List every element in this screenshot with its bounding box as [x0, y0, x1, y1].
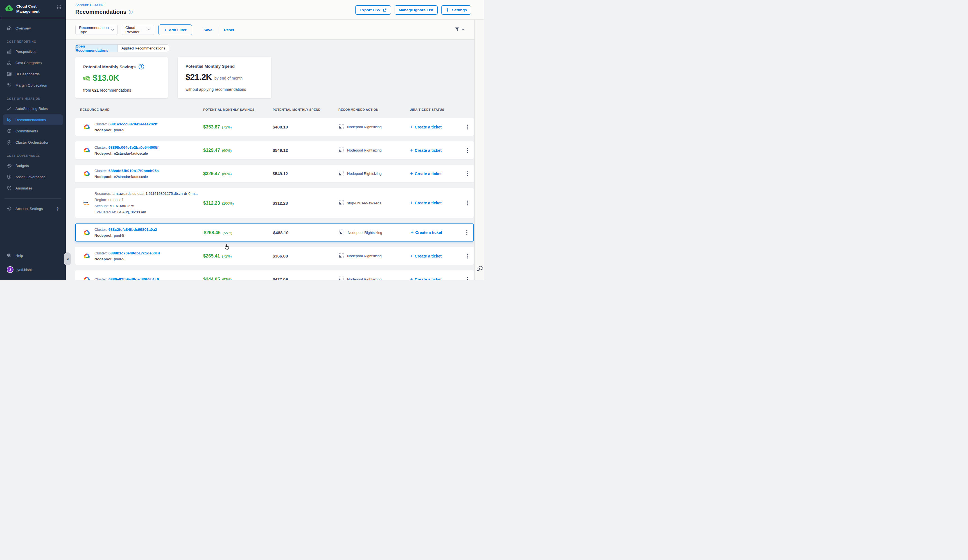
avatar: J: [7, 266, 13, 273]
export-csv-button[interactable]: Export CSV: [355, 5, 391, 15]
save-filter-link[interactable]: Save: [204, 28, 212, 32]
table-row[interactable]: Cluster:688add6fb019b17f9bccb95aNodepool…: [75, 165, 474, 182]
sidebar-item-cluster-orchestrator[interactable]: Cluster Orchestrator: [3, 137, 63, 147]
create-ticket-link[interactable]: +Create a ticket: [410, 277, 442, 280]
sidebar-item-anomalies[interactable]: Anomalies: [3, 183, 63, 194]
kebab-menu-icon[interactable]: [466, 123, 469, 131]
resource-value: pool-5: [114, 128, 124, 132]
card-title: Potential Monthly Savings: [83, 65, 136, 69]
sidebar-item-label: Overview: [15, 26, 31, 30]
resource-link[interactable]: 6881a3ccc887941a4ee202ff: [108, 122, 157, 126]
content-area: Open Recommendations Applied Recommendat…: [66, 40, 484, 280]
kebab-menu-icon[interactable]: [465, 229, 469, 236]
sidebar-item-margin-obfuscation[interactable]: Margin Obfuscation: [3, 80, 63, 91]
add-filter-button[interactable]: + Add Filter: [158, 25, 192, 35]
table-row[interactable]: Cluster:6888b1c70e49db17c1de60c4Nodepool…: [75, 247, 474, 265]
reset-filter-link[interactable]: Reset: [224, 28, 234, 32]
resource-line-label: Cluster:: [94, 251, 107, 255]
manage-ignore-list-button[interactable]: Manage Ignore List: [394, 5, 438, 15]
resource-cell: Cluster:688add6fb019b17f9bccb95aNodepool…: [75, 168, 203, 180]
savings-percent: (55%): [223, 231, 232, 235]
plus-icon: +: [410, 277, 413, 280]
resource-line: Nodepool:pool-5: [94, 127, 157, 133]
resource-link[interactable]: 6888b1c70e49db17c1de60c4: [108, 251, 160, 255]
page-header: Account: CCM-NG Recommendations i Export…: [66, 0, 484, 20]
sidebar-item-label: Perspectives: [15, 50, 36, 54]
filter-panel-toggle[interactable]: [454, 27, 464, 32]
info-icon[interactable]: i: [129, 10, 133, 14]
tab-open-recommendations[interactable]: Open Recommendations: [76, 45, 118, 52]
chat-bubbles-icon[interactable]: [476, 265, 483, 273]
sidebar-user[interactable]: J jyoti.bisht: [3, 264, 63, 275]
kebab-menu-icon[interactable]: [466, 252, 469, 260]
module-switcher-icon[interactable]: [57, 5, 61, 11]
svg-text:$: $: [8, 7, 10, 11]
create-ticket-link[interactable]: +Create a ticket: [410, 171, 442, 176]
table-row[interactable]: Cluster:688c2fefc84fbdc99801a0a2Nodepool…: [75, 224, 474, 242]
resource-value: e2standar4autoscale: [114, 175, 148, 179]
cloud-provider-dropdown[interactable]: Cloud Provider: [122, 25, 154, 35]
table-row[interactable]: Cluster:68898c064e3e2ba0e544005fNodepool…: [75, 141, 474, 159]
create-ticket-link[interactable]: +Create a ticket: [410, 124, 442, 129]
resource-lines: Cluster:6881a3ccc887941a4ee202ffNodepool…: [94, 121, 157, 133]
kebab-menu-icon[interactable]: [466, 170, 469, 177]
svg-text:?: ?: [8, 254, 9, 256]
create-ticket-link[interactable]: +Create a ticket: [410, 200, 442, 205]
savings-subtext: from 621 recommendations: [83, 88, 160, 93]
settings-button[interactable]: Settings: [441, 5, 471, 15]
jira-cell: +Create a ticket: [410, 247, 474, 265]
sidebar-item-help[interactable]: ? Help: [3, 250, 63, 261]
resource-line: Cluster:6888b1c70e49db17c1de60c4: [94, 250, 160, 256]
sidebar-item-budgets[interactable]: Budgets: [3, 160, 63, 171]
external-link-icon: [383, 8, 387, 12]
resource-link[interactable]: 688add6fb019b17f9bccb95a: [108, 169, 159, 173]
sidebar-item-autostopping-rules[interactable]: AutoStopping Rules: [3, 103, 63, 114]
sidebar-item-label: Account Settings: [15, 207, 43, 211]
create-ticket-link[interactable]: +Create a ticket: [410, 253, 442, 258]
resource-line: Resource:arn:aws:rds:us-east-1:511616801…: [94, 191, 198, 197]
sidebar-item-label: Cluster Orchestrator: [15, 140, 48, 144]
recommendation-type-dropdown[interactable]: Recommendation Type: [75, 25, 118, 35]
create-ticket-label: Create a ticket: [415, 171, 442, 176]
table-row[interactable]: awsResource:arn:aws:rds:us-east-1:511616…: [75, 188, 474, 218]
breadcrumb[interactable]: Account: CCM-NG: [75, 3, 104, 7]
sidebar-item-asset-governance[interactable]: Asset Governance: [3, 171, 63, 182]
resource-value: 511616801275: [110, 204, 134, 208]
resource-cell: Cluster:68898c064e3e2ba0e544005fNodepool…: [75, 144, 203, 156]
resource-link[interactable]: 68898c064e3e2ba0e544005f: [108, 145, 159, 149]
create-ticket-link[interactable]: +Create a ticket: [410, 148, 442, 153]
table-row[interactable]: Cluster:6881a3ccc887941a4ee202ffNodepool…: [75, 118, 474, 136]
help-circle-icon[interactable]: ?: [139, 64, 144, 70]
savings-value: $329.47: [203, 147, 220, 152]
kebab-menu-icon[interactable]: [466, 276, 469, 280]
savings-cell: $329.47(60%): [203, 147, 273, 153]
table-header-row: RESOURCE NAMEPOTENTIAL MONTHLY SAVINGSPO…: [75, 108, 474, 111]
sidebar-item-commitments[interactable]: Commitments: [3, 126, 63, 136]
sidebar-item-overview[interactable]: Overview: [3, 23, 63, 33]
sidebar-item-cost-categories[interactable]: Cost Categories: [3, 57, 63, 68]
resource-line-label: Evaluated At:: [94, 210, 116, 214]
resource-link[interactable]: 688c2fefc84fbdc99801a0a2: [108, 227, 157, 232]
sidebar-item-recommendations[interactable]: Recommendations: [3, 114, 63, 125]
resource-value: e2standar4autoscale: [114, 151, 148, 156]
sidebar-item-account-settings[interactable]: Account Settings ❯: [3, 203, 63, 214]
resource-cell: Cluster:6888b1c70e49db17c1de60c4Nodepool…: [75, 250, 203, 262]
sidebar-item-perspectives[interactable]: Perspectives: [3, 46, 63, 57]
tab-applied-recommendations[interactable]: Applied Recommendations: [118, 45, 169, 52]
rightsizing-icon: [339, 229, 345, 236]
jira-cell: +Create a ticket: [410, 165, 474, 182]
sidebar-footer: ? Help J jyoti.bisht: [0, 250, 66, 275]
sidebar-collapse-handle[interactable]: ◀: [64, 252, 71, 265]
resource-link[interactable]: 6886e92f59a48cad86b5b1c6: [108, 277, 159, 280]
sidebar-item-label: Cost Categories: [15, 61, 41, 65]
table-row[interactable]: Cluster:6886e92f59a48cad86b5b1c6$244.05(…: [75, 270, 474, 280]
sidebar-item-bi-dashboards[interactable]: BI Dashboards: [3, 69, 63, 79]
create-ticket-link[interactable]: +Create a ticket: [411, 230, 442, 235]
kebab-menu-icon[interactable]: [466, 199, 469, 207]
jira-cell: +Create a ticket: [410, 118, 474, 136]
rightsizing-icon: [338, 276, 344, 280]
plus-icon: +: [410, 171, 413, 176]
resource-line: Nodepool:e2standar4autoscale: [94, 174, 159, 180]
kebab-menu-icon[interactable]: [466, 147, 469, 154]
resource-line: Cluster:688c2fefc84fbdc99801a0a2: [94, 227, 157, 232]
